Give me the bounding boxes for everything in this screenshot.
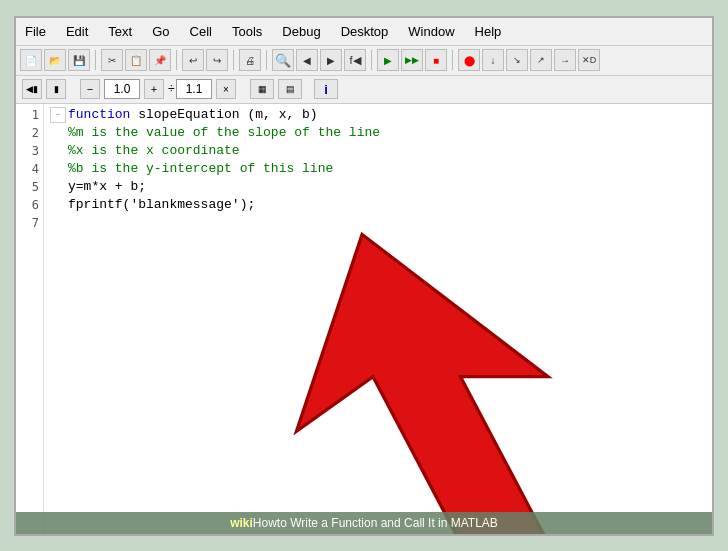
svg-marker-0: [296, 234, 569, 533]
exit-debug-button[interactable]: ✕D: [578, 49, 600, 71]
cell-nav-icon[interactable]: ▮: [46, 79, 66, 99]
line-numbers-gutter: 1 2 3 4 5 6 7: [16, 104, 44, 534]
separator-4: [266, 50, 267, 70]
separator-3: [233, 50, 234, 70]
continue-button[interactable]: →: [554, 49, 576, 71]
font-decrease-button[interactable]: −: [80, 79, 100, 99]
code-line-5: y=m*x + b;: [50, 178, 706, 196]
code-line-7: [50, 214, 706, 232]
menu-desktop[interactable]: Desktop: [338, 23, 392, 40]
font-increase-button[interactable]: +: [144, 79, 164, 99]
comment-line-4: %b is the y-intercept of this line: [68, 160, 333, 178]
line-num-1: 1: [16, 106, 43, 124]
comment-line-2: %m is the value of the slope of the line: [68, 124, 380, 142]
comment-line-3: %x is the x coordinate: [68, 142, 240, 160]
menu-debug[interactable]: Debug: [279, 23, 323, 40]
stop-button[interactable]: ■: [425, 49, 447, 71]
code-line-4: %b is the y-intercept of this line: [50, 160, 706, 178]
menu-help[interactable]: Help: [472, 23, 505, 40]
menu-window[interactable]: Window: [405, 23, 457, 40]
undo-button[interactable]: ↩: [182, 49, 204, 71]
cell-nav-left[interactable]: ◀▮: [22, 79, 42, 99]
toolbar-1: 📄 📂 💾 ✂ 📋 📌 ↩ ↪ 🖨 🔍 ◀ ▶ f◀ ▶ ▶▶ ■ ⬤ ↓ ↘ …: [16, 46, 712, 76]
code-editor[interactable]: 1 2 3 4 5 6 7 − function slopeEquation (…: [16, 104, 712, 534]
separator-1: [95, 50, 96, 70]
menu-bar: File Edit Text Go Cell Tools Debug Deskt…: [16, 18, 712, 46]
paste-button[interactable]: 📌: [149, 49, 171, 71]
divider-symbol: ÷: [168, 82, 172, 96]
back-button[interactable]: ◀: [296, 49, 318, 71]
step-button[interactable]: ↓: [482, 49, 504, 71]
run-button[interactable]: ▶: [377, 49, 399, 71]
menu-tools[interactable]: Tools: [229, 23, 265, 40]
step-in-button[interactable]: ↘: [506, 49, 528, 71]
copy-button[interactable]: 📋: [125, 49, 147, 71]
cell-color-button[interactable]: ▤: [278, 79, 302, 99]
menu-go[interactable]: Go: [149, 23, 172, 40]
line-num-5: 5: [16, 178, 43, 196]
line-num-2: 2: [16, 124, 43, 142]
wiki-text: wiki: [230, 516, 253, 530]
code-line-1: − function slopeEquation (m, x, b): [50, 106, 706, 124]
print-button[interactable]: 🖨: [239, 49, 261, 71]
font-size-display: 1.0: [104, 79, 140, 99]
toolbar-2: ◀▮ ▮ − 1.0 + ÷ 1.1 × ▦ ▤ i: [16, 76, 712, 104]
how-text: How: [253, 516, 277, 530]
menu-text[interactable]: Text: [105, 23, 135, 40]
open-file-button[interactable]: 📂: [44, 49, 66, 71]
line-num-3: 3: [16, 142, 43, 160]
cut-button[interactable]: ✂: [101, 49, 123, 71]
menu-file[interactable]: File: [22, 23, 49, 40]
breakpoint-button[interactable]: ⬤: [458, 49, 480, 71]
menu-cell[interactable]: Cell: [187, 23, 215, 40]
line-spacing-display: 1.1: [176, 79, 212, 99]
step-out-button[interactable]: ↗: [530, 49, 552, 71]
code-line-2: %m is the value of the slope of the line: [50, 124, 706, 142]
code-line-6-text: fprintf('blankmessage');: [68, 196, 255, 214]
forward-button[interactable]: ▶: [320, 49, 342, 71]
code-line-6: fprintf('blankmessage');: [50, 196, 706, 214]
close-toolbar-button[interactable]: ×: [216, 79, 236, 99]
separator-6: [452, 50, 453, 70]
info-button[interactable]: i: [314, 79, 338, 99]
code-content[interactable]: − function slopeEquation (m, x, b) %m is…: [44, 104, 712, 534]
matlab-editor-window: File Edit Text Go Cell Tools Debug Deskt…: [14, 16, 714, 536]
cell-highlight-button[interactable]: ▦: [250, 79, 274, 99]
code-line-3: %x is the x coordinate: [50, 142, 706, 160]
line-num-4: 4: [16, 160, 43, 178]
run-section-button[interactable]: ▶▶: [401, 49, 423, 71]
code-line-5-text: y=m*x + b;: [68, 178, 146, 196]
separator-5: [371, 50, 372, 70]
find-button[interactable]: 🔍: [272, 49, 294, 71]
new-file-button[interactable]: 📄: [20, 49, 42, 71]
watermark-text: to Write a Function and Call It in MATLA…: [277, 516, 498, 530]
fold-icon-1[interactable]: −: [50, 107, 66, 123]
wikihow-watermark: wiki How to Write a Function and Call It…: [16, 512, 712, 534]
keyword-function: function: [68, 106, 138, 124]
menu-edit[interactable]: Edit: [63, 23, 91, 40]
line-num-7: 7: [16, 214, 43, 232]
save-button[interactable]: 💾: [68, 49, 90, 71]
find2-button[interactable]: f◀: [344, 49, 366, 71]
separator-2: [176, 50, 177, 70]
redo-button[interactable]: ↪: [206, 49, 228, 71]
line-num-6: 6: [16, 196, 43, 214]
